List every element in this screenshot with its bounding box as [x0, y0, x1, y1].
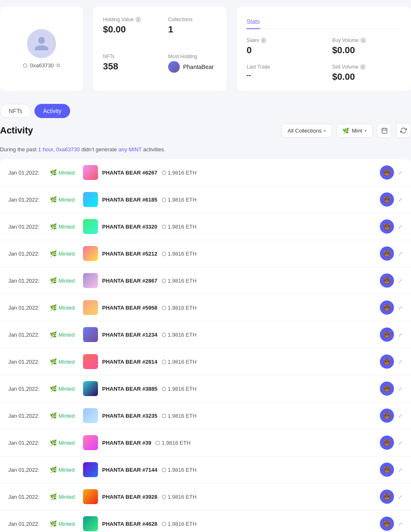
- nft-price: ⬡ 1.9816 ETH: [161, 251, 196, 257]
- activity-row: Jan 01,2022: 🌿 Minted PHANTA BEAR #2814 …: [0, 348, 411, 375]
- external-link-icon[interactable]: ⤢: [398, 467, 403, 473]
- nft-thumbnail: [83, 300, 98, 315]
- sell-volume-info-icon[interactable]: i: [360, 64, 366, 70]
- minted-badge: 🌿 Minted: [50, 304, 75, 311]
- minted-label: Minted: [59, 386, 75, 392]
- filter-collections-button[interactable]: All Collections ▾: [281, 124, 333, 138]
- notice-wallet-link[interactable]: 0xa63730: [56, 146, 80, 153]
- external-link-icon[interactable]: ⤢: [398, 521, 403, 527]
- activity-actions: 🐻 ⤢: [380, 300, 403, 315]
- nft-item: PHANTA BEAR #2867 ⬡ 1.9816 ETH: [83, 273, 380, 288]
- activity-date: Jan 01,2022:: [8, 332, 50, 338]
- collection-avatar[interactable]: 🐻: [380, 355, 394, 369]
- nft-item: PHANTA BEAR #3928 ⬡ 1.9816 ETH: [83, 489, 380, 504]
- buy-volume-info-icon[interactable]: i: [360, 37, 366, 43]
- minted-badge: 🌿 Minted: [50, 250, 75, 257]
- activity-date: Jan 01,2022:: [8, 440, 50, 446]
- activity-actions: 🐻 ⤢: [380, 328, 403, 342]
- collection-avatar[interactable]: 🐻: [380, 490, 394, 504]
- eth-price-icon: ⬡: [155, 440, 160, 446]
- activity-date: Jan 01,2022:: [8, 494, 50, 500]
- mint-icon: 🌿: [50, 223, 57, 230]
- tab-stats[interactable]: Stats: [247, 15, 260, 29]
- refresh-icon-button[interactable]: [396, 123, 411, 138]
- activity-row: Jan 01,2022: 🌿 Minted PHANTA BEAR #2867 …: [0, 267, 411, 294]
- holding-stats-panel: Holding Value i $0.00 Collections 1 NFTs…: [93, 7, 227, 91]
- minted-label: Minted: [59, 197, 75, 203]
- chevron-down-icon: ▾: [324, 128, 326, 133]
- eth-icon: ⬡: [23, 62, 27, 69]
- mint-icon: 🌿: [50, 385, 57, 392]
- minted-label: Minted: [59, 332, 75, 338]
- holding-value-stat: Holding Value i $0.00: [103, 17, 152, 44]
- collection-avatar[interactable]: 🐻: [380, 382, 394, 396]
- external-link-icon[interactable]: ⤢: [398, 170, 403, 176]
- mint-icon: 🌿: [50, 331, 57, 338]
- collection-avatar[interactable]: 🐻: [380, 409, 394, 423]
- activity-row: Jan 01,2022: 🌿 Minted PHANTA BEAR #6267 …: [0, 159, 411, 186]
- minted-badge: 🌿 Minted: [50, 223, 75, 230]
- most-holding-img: [168, 61, 180, 73]
- collection-avatar[interactable]: 🐻: [380, 219, 394, 234]
- collection-avatar[interactable]: 🐻: [380, 273, 394, 288]
- external-link-icon[interactable]: ⤢: [398, 305, 403, 311]
- holding-value-info-icon[interactable]: i: [135, 17, 141, 22]
- avatar: [27, 29, 56, 58]
- minted-label: Minted: [59, 440, 75, 446]
- nft-name: PHANTA BEAR #1234: [102, 332, 157, 338]
- nft-thumbnail: [83, 381, 98, 396]
- sales-label: Sales i: [247, 37, 316, 43]
- eth-price-icon: ⬡: [161, 305, 166, 311]
- external-link-icon[interactable]: ⤢: [398, 413, 403, 419]
- mint-icon: 🌿: [50, 358, 57, 365]
- most-holding-stat: Most Holding PhantaBear: [168, 54, 217, 81]
- collection-avatar[interactable]: 🐻: [380, 300, 394, 315]
- mint-icon: 🌿: [50, 493, 57, 500]
- external-link-icon[interactable]: ⤢: [398, 332, 403, 338]
- external-link-icon[interactable]: ⤢: [398, 386, 403, 392]
- sales-info-icon[interactable]: i: [261, 37, 267, 43]
- nft-price: ⬡ 1.9816 ETH: [161, 278, 196, 284]
- external-link-icon[interactable]: ⤢: [398, 224, 403, 230]
- activity-type: 🌿 Minted: [50, 169, 83, 176]
- activity-header: Activity All Collections ▾ 🌿 Mint ▾: [0, 118, 411, 143]
- svg-rect-0: [382, 128, 387, 133]
- copy-icon[interactable]: ⧉: [56, 62, 60, 68]
- minted-badge: 🌿 Minted: [50, 412, 75, 419]
- most-holding-label: Most Holding: [168, 54, 217, 59]
- collection-avatar[interactable]: 🐻: [380, 246, 394, 261]
- nft-name: PHANTA BEAR #3928: [102, 494, 157, 500]
- collection-avatar[interactable]: 🐻: [380, 463, 394, 477]
- mint-icon: 🌿: [50, 304, 57, 311]
- minted-badge: 🌿 Minted: [50, 169, 75, 176]
- tab-activity[interactable]: Activity: [34, 104, 70, 118]
- last-trade-value: --: [247, 71, 316, 79]
- eth-price-icon: ⬡: [161, 359, 166, 365]
- eth-price-icon: ⬡: [161, 278, 166, 284]
- activity-row: Jan 01,2022: 🌿 Minted PHANTA BEAR #3235 …: [0, 402, 411, 429]
- tab-nfts[interactable]: NFTs: [0, 104, 31, 118]
- eth-price-icon: ⬡: [161, 251, 166, 257]
- nft-thumbnail: [83, 435, 98, 450]
- collection-avatar[interactable]: 🐻: [380, 436, 394, 450]
- external-link-icon[interactable]: ⤢: [398, 359, 403, 365]
- external-link-icon[interactable]: ⤢: [398, 197, 403, 203]
- external-link-icon[interactable]: ⤢: [398, 278, 403, 284]
- external-link-icon[interactable]: ⤢: [398, 440, 403, 446]
- collection-avatar[interactable]: 🐻: [380, 517, 394, 531]
- activity-title: Activity: [0, 125, 33, 136]
- nft-price: ⬡ 1.9816 ETH: [161, 332, 196, 338]
- calendar-icon-button[interactable]: [377, 123, 392, 138]
- filter-mint-button[interactable]: 🌿 Mint ▾: [336, 124, 373, 138]
- buy-volume-label: Buy Volume i: [332, 37, 401, 43]
- collection-avatar[interactable]: 🐻: [380, 192, 394, 207]
- activity-actions: 🐻 ⤢: [380, 490, 403, 504]
- collection-avatar[interactable]: 🐻: [380, 165, 394, 180]
- external-link-icon[interactable]: ⤢: [398, 494, 403, 500]
- activity-row: Jan 01,2022: 🌿 Minted PHANTA BEAR #6185 …: [0, 186, 411, 213]
- profile-card: ⬡ 0xa63730 ⧉: [0, 7, 83, 91]
- collection-avatar[interactable]: 🐻: [380, 328, 394, 342]
- nft-price: ⬡ 1.9816 ETH: [161, 521, 196, 527]
- activity-actions: 🐻 ⤢: [380, 273, 403, 288]
- external-link-icon[interactable]: ⤢: [398, 251, 403, 257]
